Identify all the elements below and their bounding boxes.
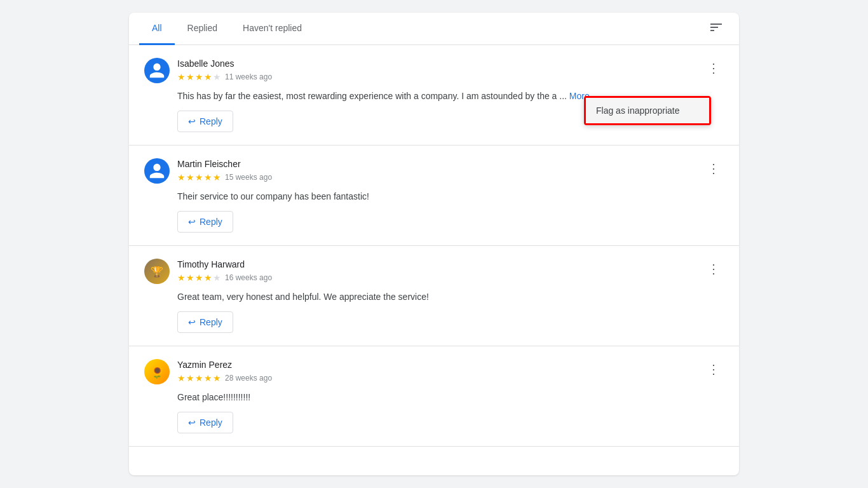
more-menu-yazmin[interactable]: ⋮ bbox=[703, 359, 724, 379]
star-1: ★ bbox=[177, 72, 186, 82]
reply-label-isabelle: Reply bbox=[200, 116, 222, 126]
tabs-bar: All Replied Haven't replied bbox=[129, 13, 739, 45]
review-header-martin: Martin Fleischer ★ ★ ★ ★ ★ 15 weeks ago … bbox=[144, 158, 724, 184]
star-2: ★ bbox=[186, 72, 194, 82]
avatar-martin bbox=[144, 158, 170, 184]
star-5: ★ bbox=[213, 172, 221, 182]
time-isabelle: 11 weeks ago bbox=[225, 72, 272, 81]
time-timothy: 16 weeks ago bbox=[225, 273, 272, 282]
star-5: ★ bbox=[213, 373, 221, 383]
time-yazmin: 28 weeks ago bbox=[225, 374, 272, 383]
reply-arrow-icon: ↩ bbox=[188, 417, 196, 428]
time-martin: 15 weeks ago bbox=[225, 173, 272, 182]
avatar-timothy: 🏆 bbox=[144, 259, 170, 284]
star-3: ★ bbox=[195, 373, 203, 383]
star-1: ★ bbox=[177, 373, 186, 383]
avatar-yazmin: 🌻 bbox=[144, 359, 170, 384]
reviewer-info-isabelle: Isabelle Jones ★ ★ ★ ★ ★ 11 weeks ago bbox=[177, 58, 703, 82]
star-2: ★ bbox=[186, 373, 194, 383]
star-5: ★ bbox=[213, 72, 221, 82]
star-1: ★ bbox=[177, 273, 186, 283]
ellipsis: ... bbox=[559, 91, 569, 101]
rating-row-martin: ★ ★ ★ ★ ★ 15 weeks ago bbox=[177, 172, 703, 182]
stars-yazmin: ★ ★ ★ ★ ★ bbox=[177, 373, 221, 383]
avatar-isabelle bbox=[144, 58, 170, 83]
review-header-isabelle: Isabelle Jones ★ ★ ★ ★ ★ 11 weeks ago ⋮ bbox=[144, 58, 724, 83]
reply-label-timothy: Reply bbox=[200, 317, 222, 327]
review-martin: Martin Fleischer ★ ★ ★ ★ ★ 15 weeks ago … bbox=[129, 146, 739, 246]
star-2: ★ bbox=[186, 273, 194, 283]
star-4: ★ bbox=[204, 172, 212, 182]
reviews-container: All Replied Haven't replied Isabelle Jon… bbox=[129, 13, 739, 475]
rating-row-timothy: ★ ★ ★ ★ ★ 16 weeks ago bbox=[177, 273, 703, 283]
reply-button-timothy[interactable]: ↩ Reply bbox=[177, 311, 233, 333]
rating-row-isabelle: ★ ★ ★ ★ ★ 11 weeks ago bbox=[177, 72, 703, 82]
reply-button-yazmin[interactable]: ↩ Reply bbox=[177, 412, 233, 433]
star-2: ★ bbox=[186, 172, 194, 182]
reply-label-yazmin: Reply bbox=[200, 417, 222, 428]
reply-arrow-icon: ↩ bbox=[188, 317, 196, 327]
review-timothy: 🏆 Timothy Harward ★ ★ ★ ★ ★ 16 weeks ago… bbox=[129, 246, 739, 346]
tab-havent-replied[interactable]: Haven't replied bbox=[230, 13, 315, 45]
review-header-yazmin: 🌻 Yazmin Perez ★ ★ ★ ★ ★ 28 weeks ago ⋮ bbox=[144, 359, 724, 384]
more-menu-martin[interactable]: ⋮ bbox=[703, 158, 724, 179]
star-4: ★ bbox=[204, 72, 212, 82]
star-3: ★ bbox=[195, 172, 203, 182]
rating-row-yazmin: ★ ★ ★ ★ ★ 28 weeks ago bbox=[177, 373, 703, 383]
tab-replied[interactable]: Replied bbox=[175, 13, 230, 45]
review-header-timothy: 🏆 Timothy Harward ★ ★ ★ ★ ★ 16 weeks ago… bbox=[144, 259, 724, 284]
reply-arrow-icon: ↩ bbox=[188, 217, 196, 227]
star-4: ★ bbox=[204, 373, 212, 383]
stars-timothy: ★ ★ ★ ★ ★ bbox=[177, 273, 221, 283]
star-4: ★ bbox=[204, 273, 212, 283]
reply-arrow-icon: ↩ bbox=[188, 116, 196, 126]
reviewer-info-martin: Martin Fleischer ★ ★ ★ ★ ★ 15 weeks ago bbox=[177, 158, 703, 182]
reviewer-name-martin: Martin Fleischer bbox=[177, 158, 703, 171]
reply-button-martin[interactable]: ↩ Reply bbox=[177, 211, 233, 233]
star-3: ★ bbox=[195, 72, 203, 82]
reply-label-martin: Reply bbox=[200, 217, 222, 227]
flag-inappropriate-item[interactable]: Flag as inappropriate bbox=[586, 98, 709, 123]
tab-all[interactable]: All bbox=[139, 13, 175, 45]
star-3: ★ bbox=[195, 273, 203, 283]
review-isabelle: Isabelle Jones ★ ★ ★ ★ ★ 11 weeks ago ⋮ bbox=[129, 45, 739, 146]
more-menu-timothy[interactable]: ⋮ bbox=[703, 259, 724, 279]
star-1: ★ bbox=[177, 172, 186, 182]
reviewer-name-yazmin: Yazmin Perez bbox=[177, 359, 703, 372]
star-5: ★ bbox=[213, 273, 221, 283]
sort-icon[interactable] bbox=[703, 15, 729, 43]
stars-isabelle: ★ ★ ★ ★ ★ bbox=[177, 72, 221, 82]
reply-button-isabelle[interactable]: ↩ Reply bbox=[177, 111, 233, 132]
more-menu-isabelle[interactable]: ⋮ bbox=[703, 58, 724, 78]
stars-martin: ★ ★ ★ ★ ★ bbox=[177, 172, 221, 182]
review-text-yazmin: Great place!!!!!!!!!!! bbox=[177, 391, 724, 404]
reviewer-info-yazmin: Yazmin Perez ★ ★ ★ ★ ★ 28 weeks ago bbox=[177, 359, 703, 383]
reviewer-name-isabelle: Isabelle Jones bbox=[177, 58, 703, 71]
reviewer-name-timothy: Timothy Harward bbox=[177, 259, 703, 271]
reviewer-info-timothy: Timothy Harward ★ ★ ★ ★ ★ 16 weeks ago bbox=[177, 259, 703, 283]
review-yazmin: 🌻 Yazmin Perez ★ ★ ★ ★ ★ 28 weeks ago ⋮ … bbox=[129, 346, 739, 447]
review-text-timothy: Great team, very honest and helpful. We … bbox=[177, 290, 724, 304]
dropdown-menu-isabelle: Flag as inappropriate bbox=[584, 96, 711, 125]
review-text-martin: Their service to our company has been fa… bbox=[177, 190, 724, 203]
